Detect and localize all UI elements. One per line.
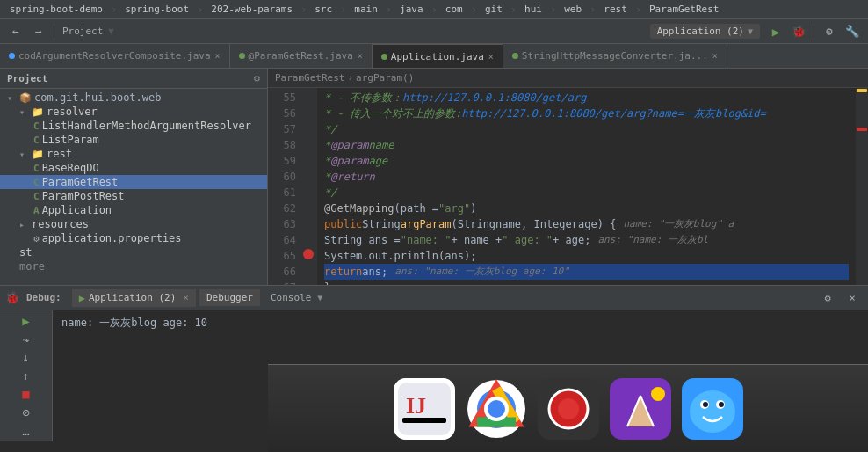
bp-row-67: [301, 278, 317, 285]
toolbar: ← → Project ▼ Application (2) ▼ ▶ 🐞 ⚙ 🔧: [0, 19, 868, 44]
dock-item-chrome[interactable]: [466, 378, 527, 440]
project-panel: Project ⚙ ▾ 📦 com.git.hui.boot.web ▾ 📁 r…: [0, 69, 268, 285]
build-btn[interactable]: ⚙: [819, 22, 840, 41]
tab-close[interactable]: ×: [215, 51, 221, 61]
menu-202-web-params[interactable]: 202-web-params: [206, 2, 297, 17]
line-numbers: 55 56 57 58 59 60 61 62 63 64 65 66 67 6…: [268, 88, 301, 285]
tab-codargumentresolver[interactable]: codArgumentResolverComposite.java ×: [0, 44, 230, 68]
bp-row-61: [301, 183, 317, 199]
tree-item-listhandler[interactable]: C ListHandlerMethodArgumentResolver: [0, 119, 267, 133]
tab-application[interactable]: Application.java ×: [373, 44, 503, 68]
tree-item-listparam[interactable]: C ListParam: [0, 133, 267, 147]
screenium-icon: [538, 378, 599, 440]
package-label: com.git.hui.boot.web: [34, 91, 162, 104]
dock-item-intellij[interactable]: IJ: [394, 378, 455, 440]
debugger-label: Debugger: [206, 292, 253, 303]
tree-item-basereqdo[interactable]: C BaseReqDO: [0, 161, 267, 175]
class-parampostrest-label: ParamPostRest: [42, 190, 125, 202]
debug-settings-btn[interactable]: ⚙: [817, 288, 838, 308]
tree-item-st[interactable]: st: [0, 245, 267, 259]
step-out-btn[interactable]: ↑: [15, 368, 38, 383]
stop-btn[interactable]: ■: [15, 387, 38, 402]
bp-row-65: [301, 88, 317, 104]
tree-item-appprops[interactable]: ⚙ application.properties: [0, 231, 267, 245]
debug-tab-application[interactable]: ▶ Application (2) ×: [72, 289, 196, 307]
tab-close-4[interactable]: ×: [712, 51, 718, 61]
dock-item-finder[interactable]: [682, 378, 743, 440]
debug-sidebar: ▶ ↷ ↓ ↑ ■ ⊘ …: [0, 310, 53, 441]
menu-hui[interactable]: hui: [520, 2, 546, 17]
bp-row-58: [301, 135, 317, 151]
console-output: name: 一灰灰blog age: 10: [61, 316, 859, 331]
tree-arrow-package: ▾: [7, 93, 19, 103]
debug-tab-console[interactable]: Console ▼: [264, 289, 329, 306]
run-icon: ▶: [79, 292, 85, 304]
menu-main[interactable]: main: [350, 2, 382, 17]
bp-row-56: [301, 104, 317, 120]
tree-item-package[interactable]: ▾ 📦 com.git.hui.boot.web: [0, 91, 267, 105]
debug-bar: 🐞 Debug: ▶ Application (2) × Debugger Co…: [0, 285, 868, 310]
run-config-selector[interactable]: Application (2) ▼: [650, 24, 760, 39]
run-config-arrow: ▼: [748, 26, 753, 36]
debug-btn[interactable]: 🐞: [788, 22, 809, 41]
tree-item-resolver[interactable]: ▾ 📁 resolver: [0, 105, 267, 119]
menu-paramgetrest[interactable]: ParamGetRest: [645, 2, 723, 17]
toolbar-forward-btn[interactable]: →: [28, 22, 49, 41]
file-appprops-icon: ⚙: [33, 233, 40, 244]
menu-rest[interactable]: rest: [599, 2, 632, 17]
tree-item-paramgetrest[interactable]: C ParamGetRest: [0, 175, 267, 189]
menu-spring-boot-demo[interactable]: spring-boot-demo: [5, 2, 107, 17]
tab-dot-2: [239, 53, 245, 59]
tab-stringhttpmessage[interactable]: StringHttpMessageConverter.ja... ×: [503, 44, 727, 68]
tab-label: codArgumentResolverComposite.java: [18, 50, 211, 62]
menu-bar: spring-boot-demo › spring-boot › 202-web…: [0, 0, 868, 19]
code-editor[interactable]: * - 不传参数：http://127.0.0.1:8080/get/arg *…: [317, 88, 856, 285]
step-into-btn[interactable]: ↓: [15, 350, 38, 365]
bp-row-65b: [301, 246, 317, 262]
debug-label: Debug:: [26, 292, 61, 303]
run-btn[interactable]: ▶: [765, 22, 786, 41]
toolbar-back-btn[interactable]: ←: [5, 22, 26, 41]
tree-item-resources[interactable]: ▸ resources: [0, 217, 267, 231]
folder-resolver-icon: 📁: [32, 106, 44, 118]
menu-git[interactable]: git: [481, 2, 507, 17]
folder-st-label: st: [19, 246, 32, 259]
menu-java[interactable]: java: [395, 2, 428, 17]
tree-item-application[interactable]: A Application: [0, 203, 267, 217]
step-over-btn[interactable]: ↷: [15, 332, 38, 347]
debug-icon: 🐞: [5, 291, 19, 304]
code-line-64: String ans = "name: " + name + " age: " …: [324, 232, 849, 248]
menu-web[interactable]: web: [560, 2, 586, 17]
toolbar-sep-1: [54, 24, 54, 40]
debug-close-panel-btn[interactable]: ×: [842, 288, 863, 308]
debug-tab-debugger[interactable]: Debugger: [199, 289, 260, 306]
folder-rest-icon: 📁: [32, 149, 44, 160]
bp-row-66: [301, 262, 317, 278]
tab-paramgetrest[interactable]: @ParamGetRest.java ×: [230, 44, 373, 68]
menu-spring-boot[interactable]: spring-boot: [120, 2, 193, 17]
mute-breakpoints-btn[interactable]: ⊘: [15, 405, 38, 420]
menu-src[interactable]: src: [310, 2, 336, 17]
dock-item-rockettyist[interactable]: [610, 378, 671, 440]
dock-item-screenium[interactable]: [538, 378, 599, 440]
folder-resolver-label: resolver: [47, 106, 98, 118]
intellij-icon: IJ: [394, 378, 455, 440]
class-paramgetrest-icon: C: [33, 177, 40, 188]
tab-close-3[interactable]: ×: [488, 52, 494, 62]
debug-close-btn[interactable]: ×: [183, 292, 189, 303]
settings-btn[interactable]: 🔧: [842, 22, 863, 41]
code-line-66: return ans; ans: "name: 一灰灰blog age: 10": [324, 264, 849, 280]
resume-btn[interactable]: ▶: [15, 314, 38, 329]
more-debug-btn[interactable]: …: [15, 423, 38, 438]
bp-row-60: [301, 167, 317, 183]
menu-com[interactable]: com: [441, 2, 467, 17]
tab-close-2[interactable]: ×: [358, 51, 363, 61]
bc-argparam: argParam(): [356, 72, 414, 84]
tree-item-rest[interactable]: ▾ 📁 rest: [0, 147, 267, 161]
tree-item-more[interactable]: more: [0, 259, 267, 273]
project-label[interactable]: Project: [59, 26, 106, 37]
right-gutter: [856, 88, 868, 285]
project-settings-btn[interactable]: ⚙: [254, 72, 260, 84]
tree-item-parampostrest[interactable]: C ParamPostRest: [0, 189, 267, 203]
class-application-icon: A: [33, 205, 40, 216]
